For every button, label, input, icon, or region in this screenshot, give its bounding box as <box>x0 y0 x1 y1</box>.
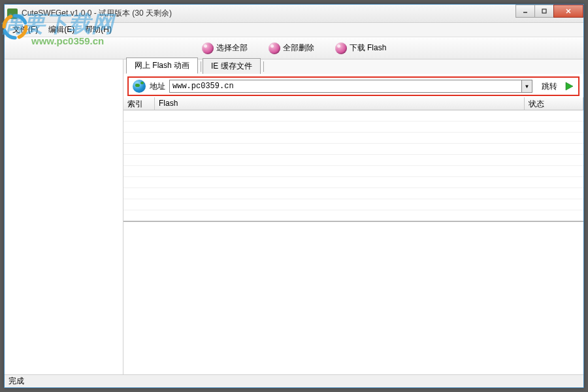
table-header: 索引 Flash 状态 <box>123 97 583 110</box>
svg-rect-1 <box>542 9 546 13</box>
table-row[interactable] <box>123 144 583 155</box>
select-all-label: 选择全部 <box>216 42 248 54</box>
table-row[interactable] <box>123 166 583 177</box>
menu-file[interactable]: 文件(F) <box>7 23 43 37</box>
minimize-button[interactable] <box>515 5 535 18</box>
table-body <box>123 110 583 221</box>
column-flash[interactable]: Flash <box>155 97 525 110</box>
table-row[interactable] <box>123 133 583 144</box>
download-flash-button[interactable]: 下载 Flash <box>333 41 389 56</box>
close-button[interactable] <box>553 5 583 18</box>
download-flash-icon <box>335 42 347 54</box>
tab-separator <box>201 61 201 72</box>
select-all-icon <box>202 42 214 54</box>
column-index[interactable]: 索引 <box>123 97 155 110</box>
table-row[interactable] <box>123 188 583 199</box>
content-area: 网上 Flash 动画 IE 缓存文件 地址 ▼ 跳转 索引 <box>5 59 583 374</box>
address-label: 地址 <box>150 81 165 92</box>
go-button[interactable] <box>564 81 574 91</box>
tab-web-flash[interactable]: 网上 Flash 动画 <box>126 57 198 74</box>
menubar: 文件(F) 编辑(E) 帮助(H) <box>5 23 583 37</box>
window-controls <box>516 5 583 18</box>
preview-pane <box>123 221 583 374</box>
table-row[interactable] <box>123 177 583 188</box>
delete-all-icon <box>269 42 280 54</box>
go-label: 跳转 <box>542 81 557 92</box>
table-row[interactable] <box>123 155 583 166</box>
table-row[interactable] <box>123 199 583 210</box>
play-icon <box>564 81 574 91</box>
table-row[interactable] <box>123 110 583 122</box>
app-icon <box>7 8 18 19</box>
address-dropdown-icon[interactable]: ▼ <box>521 80 532 92</box>
delete-all-button[interactable]: 全部删除 <box>266 41 317 56</box>
tab-separator <box>263 61 264 72</box>
table-row[interactable] <box>123 210 583 221</box>
flash-table: 索引 Flash 状态 <box>123 97 583 221</box>
table-row[interactable] <box>123 122 583 133</box>
toolbar: 选择全部 全部删除 下载 Flash <box>5 37 583 59</box>
statusbar: 完成 <box>5 374 583 387</box>
address-combo: ▼ <box>169 80 532 93</box>
svg-marker-4 <box>566 82 573 90</box>
menu-edit[interactable]: 编辑(E) <box>43 23 80 37</box>
download-flash-label: 下载 Flash <box>350 42 387 54</box>
titlebar: CuteSWFGet v1.0.0 - 试用版本 (30 天剩余) <box>5 5 583 23</box>
window-title: CuteSWFGet v1.0.0 - 试用版本 (30 天剩余) <box>22 8 172 19</box>
select-all-button[interactable]: 选择全部 <box>199 41 250 56</box>
app-window: CuteSWFGet v1.0.0 - 试用版本 (30 天剩余) 文件(F) … <box>4 4 584 388</box>
menu-help[interactable]: 帮助(H) <box>80 23 117 37</box>
column-status[interactable]: 状态 <box>525 97 583 110</box>
delete-all-label: 全部删除 <box>283 42 314 54</box>
tab-strip: 网上 Flash 动画 IE 缓存文件 <box>123 59 583 74</box>
globe-icon <box>133 80 146 93</box>
maximize-button[interactable] <box>534 5 554 18</box>
sidebar <box>5 59 123 374</box>
address-bar: 地址 ▼ 跳转 <box>127 76 580 96</box>
status-text: 完成 <box>8 376 24 387</box>
tab-ie-cache[interactable]: IE 缓存文件 <box>203 58 261 74</box>
main-panel: 网上 Flash 动画 IE 缓存文件 地址 ▼ 跳转 索引 <box>123 59 583 374</box>
address-input[interactable] <box>170 80 521 92</box>
